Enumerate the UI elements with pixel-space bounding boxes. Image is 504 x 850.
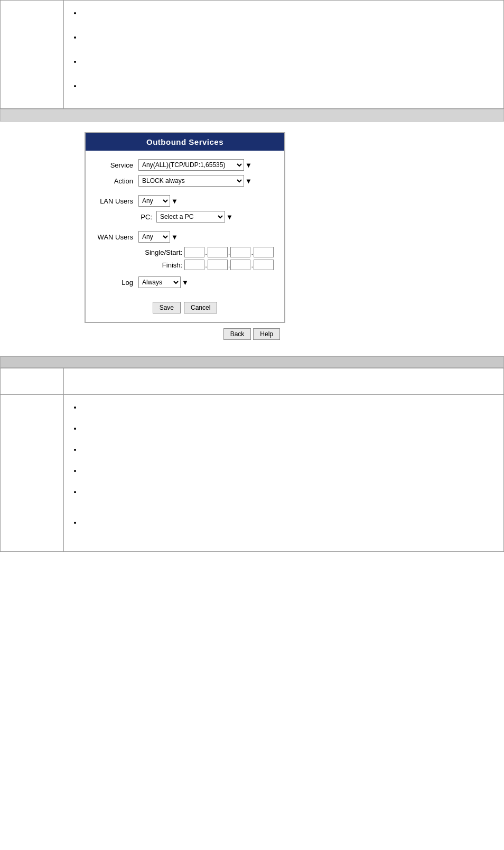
- ip-start-2[interactable]: [208, 247, 228, 257]
- pc-dropdown-icon: ▼: [226, 213, 233, 221]
- top-label-cell: [1, 1, 64, 109]
- log-dropdown-icon: ▼: [182, 279, 189, 287]
- ip-finish-2[interactable]: [208, 260, 228, 270]
- wan-users-label: WAN Users: [96, 233, 138, 241]
- back-help-row: Back Help: [85, 328, 285, 340]
- action-label: Action: [96, 177, 138, 185]
- bottom-bullet-2: [82, 421, 496, 438]
- page-wrapper: Outbound Services Service Any(ALL)(TCP/U…: [0, 0, 504, 552]
- service-label: Service: [96, 161, 138, 169]
- action-select[interactable]: BLOCK always ALLOW always ALLOW by sched…: [138, 175, 244, 187]
- ip-finish-1[interactable]: [184, 260, 204, 270]
- single-start-row: Single/Start: . . .: [96, 247, 274, 257]
- back-button[interactable]: Back: [223, 328, 251, 340]
- top-bullet-list: [71, 6, 496, 99]
- top-content-cell: [64, 1, 504, 109]
- outbound-body: Service Any(ALL)(TCP/UDP:1,65535) ▼ Acti…: [86, 151, 284, 322]
- top-bullet-4: [82, 79, 496, 99]
- bottom-bullet-5: [82, 485, 496, 511]
- lan-users-row: LAN Users Any Single address Address ran…: [96, 195, 274, 207]
- ip-start-1[interactable]: [184, 247, 204, 257]
- single-start-label: Single/Start:: [138, 248, 182, 256]
- lan-dropdown-icon: ▼: [171, 197, 178, 205]
- ip-start-4[interactable]: [254, 247, 274, 257]
- bottom-info-table: [0, 368, 504, 552]
- outbound-box: Outbound Services Service Any(ALL)(TCP/U…: [85, 132, 285, 323]
- cancel-button[interactable]: Cancel: [184, 302, 217, 313]
- bottom-bullet-4: [82, 464, 496, 481]
- service-dropdown-icon: ▼: [245, 161, 252, 169]
- wan-users-select[interactable]: Any Single address Address range: [138, 231, 170, 243]
- bottom-content-2: [64, 394, 504, 551]
- ip-finish-3[interactable]: [230, 260, 250, 270]
- wan-users-row: WAN Users Any Single address Address ran…: [96, 231, 274, 243]
- section-bar-bottom: [0, 356, 504, 368]
- bottom-label-1: [1, 368, 64, 395]
- bottom-bullet-6: [82, 515, 496, 542]
- top-bullet-1: [82, 6, 496, 26]
- bottom-bullet-list: [71, 400, 496, 542]
- bottom-bullet-3: [82, 442, 496, 459]
- log-label: Log: [96, 279, 138, 287]
- help-button[interactable]: Help: [253, 328, 280, 340]
- pc-label: PC:: [138, 213, 154, 221]
- top-bullet-2: [82, 30, 496, 50]
- action-row: Action BLOCK always ALLOW always ALLOW b…: [96, 175, 274, 187]
- lan-users-select[interactable]: Any Single address Address range: [138, 195, 170, 207]
- bottom-bullet-1: [82, 400, 496, 417]
- pc-row: PC: Select a PC ▼: [96, 211, 274, 223]
- bottom-label-2: [1, 394, 64, 551]
- finish-label: Finish:: [138, 261, 182, 269]
- service-row: Service Any(ALL)(TCP/UDP:1,65535) ▼: [96, 159, 274, 171]
- lan-users-label: LAN Users: [96, 197, 138, 205]
- save-cancel-row: Save Cancel: [96, 302, 274, 313]
- action-dropdown-icon: ▼: [245, 177, 252, 185]
- section-bar-top: [0, 109, 504, 122]
- wan-dropdown-icon: ▼: [171, 233, 178, 241]
- form-area: Outbound Services Service Any(ALL)(TCP/U…: [0, 122, 504, 356]
- outbound-title: Outbound Services: [86, 133, 284, 151]
- pc-select[interactable]: Select a PC: [156, 211, 225, 223]
- ip-start-3[interactable]: [230, 247, 250, 257]
- log-select[interactable]: Always Never Match: [138, 276, 181, 288]
- bottom-row-1: [1, 368, 504, 395]
- top-bullet-3: [82, 54, 496, 75]
- log-row: Log Always Never Match ▼: [96, 276, 274, 288]
- service-select[interactable]: Any(ALL)(TCP/UDP:1,65535): [138, 159, 244, 171]
- finish-row: Finish: . . .: [96, 260, 274, 270]
- bottom-row-2: [1, 394, 504, 551]
- save-button[interactable]: Save: [153, 302, 181, 313]
- bottom-content-1: [64, 368, 504, 395]
- top-info-table: [0, 0, 504, 109]
- ip-finish-4[interactable]: [254, 260, 274, 270]
